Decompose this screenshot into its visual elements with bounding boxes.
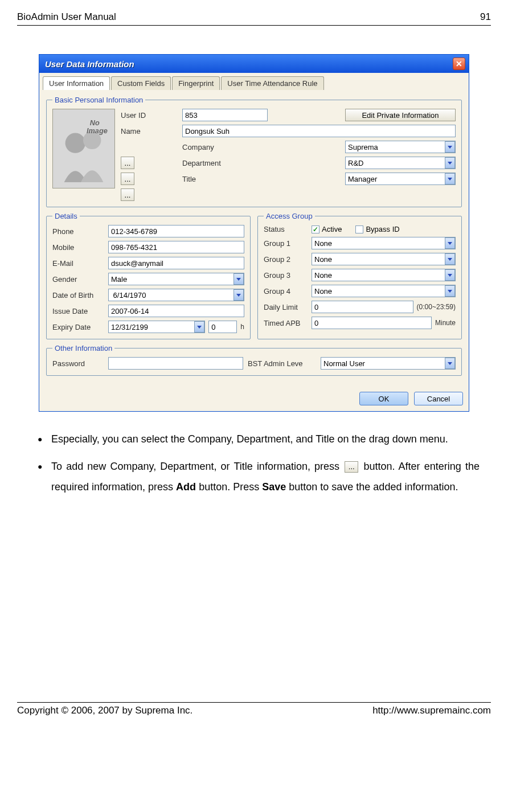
bullet-2: To add new Company, Department, or Title… [51,456,480,497]
group1-value[interactable] [312,237,456,249]
gender-label: Gender [52,275,104,284]
company-label: Company [182,143,341,151]
chevron-down-icon[interactable] [445,269,455,281]
access-group-group: Access Group Status Active Bypass ID [257,212,462,339]
dob-value[interactable] [108,289,244,301]
expiry-h-label: h [240,323,244,331]
tab-custom-fields[interactable]: Custom Fields [111,76,171,90]
bypass-id-checkbox[interactable]: Bypass ID [355,225,399,233]
group4-label: Group 4 [264,287,307,296]
company-ellipsis-button[interactable]: ... [121,157,134,169]
bullet-1: Especially, you can select the Company, … [51,429,480,449]
group3-value[interactable] [312,269,456,281]
company-select[interactable] [345,141,456,153]
gender-select[interactable] [108,273,244,285]
department-ellipsis-button[interactable]: ... [121,173,134,185]
expiry-date-select[interactable] [108,321,205,333]
bst-admin-level-label: BST Admin Leve [248,359,316,368]
email-label: E-Mail [52,259,104,268]
header-left: BioAdmin User Manual [17,11,116,23]
group3-label: Group 3 [264,271,307,280]
bullet-2-text-c: button. Press [199,481,262,493]
close-button[interactable]: ✕ [453,58,465,70]
group2-select[interactable] [312,253,456,265]
titlebar: User Data Information ✕ [39,55,469,73]
chevron-down-icon[interactable] [233,273,244,285]
timed-apb-label: Timed APB [264,319,307,327]
user-photo[interactable]: No Image [52,109,115,188]
save-bold: Save [262,481,286,493]
timed-apb-input[interactable] [312,317,432,329]
chevron-down-icon[interactable] [445,358,455,369]
chevron-down-icon[interactable] [445,253,455,265]
checkbox-icon [355,225,363,233]
tab-user-information[interactable]: User Information [43,76,110,90]
active-checkbox[interactable]: Active [312,225,342,233]
checkbox-checked-icon [312,225,319,233]
tab-user-time-attendance-rule[interactable]: User Time Attendance Rule [221,76,323,90]
department-value[interactable] [345,157,456,169]
expiry-date-label: Expiry Date [52,323,104,331]
user-data-dialog: User Data Information ✕ User Information… [39,54,469,412]
tab-fingerprint[interactable]: Fingerprint [172,76,220,90]
close-icon: ✕ [456,59,462,68]
chevron-down-icon[interactable] [445,237,455,249]
details-group: Details Phone Mobile E-Mail Gender [46,212,251,339]
dob-select[interactable] [108,289,244,301]
title-label: Title [182,175,341,183]
other-legend: Other Information [52,344,114,352]
details-legend: Details [52,212,80,220]
password-label: Password [52,359,104,368]
daily-limit-hint: (0:00~23:59) [417,303,456,311]
title-value[interactable] [345,173,456,185]
group4-value[interactable] [312,285,456,297]
group1-select[interactable] [312,237,456,249]
chevron-down-icon[interactable] [445,173,455,184]
gender-value[interactable] [108,273,244,285]
name-label: Name [121,127,178,136]
timed-apb-unit: Minute [435,319,456,327]
mobile-label: Mobile [52,243,104,252]
phone-input[interactable] [108,225,244,237]
daily-limit-input[interactable] [312,301,413,313]
chevron-down-icon[interactable] [194,321,204,333]
mobile-input[interactable] [108,241,244,253]
group3-select[interactable] [312,269,456,281]
bullet-2-text-a: To add new Company, Department, or Title… [51,461,343,472]
user-id-input[interactable] [182,109,268,121]
daily-limit-label: Daily Limit [264,303,307,311]
group2-label: Group 2 [264,255,307,264]
group4-select[interactable] [312,285,456,297]
phone-label: Phone [52,227,104,236]
bst-admin-level-value[interactable] [321,357,456,370]
company-value[interactable] [345,141,456,153]
svg-text:No: No [90,118,100,127]
svg-text:Image: Image [87,126,108,135]
footer-right: http://www.supremainc.com [372,705,491,716]
svg-rect-0 [53,109,114,187]
department-label: Department [182,159,341,167]
expiry-hours-input[interactable] [208,321,237,333]
department-select[interactable] [345,157,456,169]
chevron-down-icon[interactable] [233,289,244,301]
issue-date-label: Issue Date [52,307,104,315]
cancel-button[interactable]: Cancel [414,392,463,405]
issue-date-input[interactable] [108,305,244,317]
edit-private-button[interactable]: Edit Private Information [345,109,456,121]
bst-admin-level-select[interactable] [321,357,456,370]
expiry-date-value[interactable] [108,321,205,333]
title-select[interactable] [345,173,456,185]
active-label: Active [322,225,342,233]
svg-point-1 [65,133,85,153]
chevron-down-icon[interactable] [445,157,455,169]
basic-personal-info-group: Basic Personal Information No Image [46,96,462,207]
header-page-number: 91 [480,11,491,23]
email-input[interactable] [108,257,244,269]
name-input[interactable] [182,125,456,137]
chevron-down-icon[interactable] [445,285,455,297]
ok-button[interactable]: OK [359,392,408,405]
password-input[interactable] [108,357,243,370]
group2-value[interactable] [312,253,456,265]
title-ellipsis-button[interactable]: ... [121,188,134,201]
chevron-down-icon[interactable] [445,141,455,153]
